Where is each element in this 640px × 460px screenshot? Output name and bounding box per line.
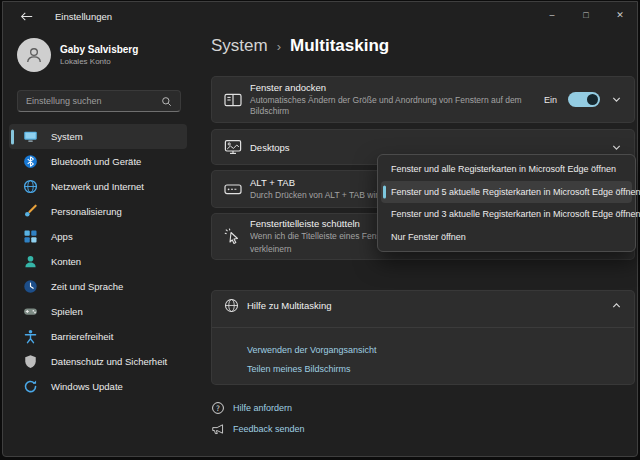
setting-description: Automatisches Ändern der Größe und Anord… — [250, 95, 522, 118]
get-help-link[interactable]: ? Hilfe anfordern — [211, 401, 292, 415]
help-link-task-view[interactable]: Verwenden der Vorgangsansicht — [247, 345, 377, 355]
desktops-icon — [224, 138, 242, 156]
sidebar-item-bluetooth[interactable]: Bluetooth und Geräte — [9, 149, 187, 174]
send-feedback-label: Feedback senden — [233, 424, 305, 434]
shield-icon — [23, 354, 38, 369]
settings-window: Einstellungen – □ ✕ Gaby Salvisberg Loka… — [2, 1, 638, 457]
sidebar-item-label: System — [51, 131, 83, 142]
snap-windows-toggle[interactable] — [568, 92, 600, 107]
chevron-down-icon[interactable] — [611, 142, 622, 153]
chevron-up-icon[interactable] — [611, 300, 622, 311]
sidebar-item-label: Netzwerk und Internet — [51, 181, 144, 192]
accessibility-icon — [23, 329, 38, 344]
card-help: Hilfe zu Multitasking Verwenden der Vorg… — [211, 290, 635, 385]
dropdown-option-windows-only[interactable]: Nur Fenster öffnen — [381, 226, 632, 249]
sidebar-item-label: Windows Update — [51, 381, 123, 392]
shake-cursor-icon — [224, 228, 242, 246]
back-arrow-icon — [20, 11, 33, 22]
sidebar-item-time-language[interactable]: Zeit und Sprache — [9, 274, 187, 299]
bluetooth-icon — [23, 154, 38, 169]
sidebar-item-label: Spielen — [51, 306, 83, 317]
sidebar: Gaby Salvisberg Lokales Konto System — [3, 30, 193, 456]
search-icon — [161, 96, 172, 107]
sidebar-item-network[interactable]: Netzwerk und Internet — [9, 174, 187, 199]
gamepad-icon — [23, 304, 38, 319]
card-snap-windows[interactable]: Fenster andocken Automatisches Ändern de… — [211, 76, 635, 123]
account-type: Lokales Konto — [60, 57, 138, 66]
search-input[interactable] — [26, 96, 161, 106]
breadcrumb-separator: › — [277, 39, 281, 54]
sidebar-item-system[interactable]: System — [9, 124, 187, 149]
feedback-megaphone-icon — [211, 422, 225, 436]
help-title: Hilfe zu Multitasking — [247, 300, 331, 311]
sidebar-nav: System Bluetooth und Geräte Netzwerk und… — [9, 124, 187, 399]
maximize-button[interactable]: □ — [569, 2, 603, 28]
send-feedback-link[interactable]: Feedback senden — [211, 422, 305, 436]
sidebar-item-gaming[interactable]: Spielen — [9, 299, 187, 324]
help-link-share-screen[interactable]: Teilen meines Bildschirms — [247, 364, 351, 374]
back-button[interactable] — [11, 5, 41, 27]
setting-title: Desktops — [250, 142, 290, 153]
dropdown-option-5-tabs[interactable]: Fenster und 5 aktuelle Registerkarten in… — [381, 181, 632, 204]
sidebar-item-label: Zeit und Sprache — [51, 281, 123, 292]
dropdown-option-all-tabs[interactable]: Fenster und alle Registerkarten in Micro… — [381, 158, 632, 181]
network-globe-icon — [23, 179, 38, 194]
title-bar: Einstellungen – □ ✕ — [3, 2, 637, 30]
divider — [212, 327, 634, 328]
avatar — [17, 38, 51, 72]
sidebar-item-label: Apps — [51, 231, 73, 242]
sidebar-item-label: Barrierefreiheit — [51, 331, 113, 342]
get-help-icon: ? — [211, 401, 225, 415]
person-icon — [24, 45, 44, 65]
alt-tab-icon — [224, 180, 242, 198]
sidebar-item-privacy[interactable]: Datenschutz und Sicherheit — [9, 349, 187, 374]
clock-icon — [23, 279, 38, 294]
alt-tab-dropdown-menu: Fenster und alle Registerkarten in Micro… — [377, 154, 636, 252]
settings-search[interactable] — [17, 90, 181, 112]
get-help-label: Hilfe anfordern — [233, 403, 292, 413]
dropdown-option-3-tabs[interactable]: Fenster und 3 aktuelle Registerkarten in… — [381, 203, 632, 226]
accounts-person-icon — [23, 254, 38, 269]
sidebar-item-accounts[interactable]: Konten — [9, 249, 187, 274]
user-name: Gaby Salvisberg — [60, 44, 138, 55]
apps-grid-icon — [23, 229, 38, 244]
sidebar-item-label: Konten — [51, 256, 81, 267]
chevron-down-icon[interactable] — [611, 94, 622, 105]
sidebar-item-label: Personalisierung — [51, 206, 122, 217]
snap-windows-icon — [224, 91, 242, 109]
minimize-button[interactable]: – — [535, 2, 569, 28]
help-expander-header[interactable]: Hilfe zu Multitasking — [212, 291, 634, 319]
sidebar-item-personalization[interactable]: Personalisierung — [9, 199, 187, 224]
update-arrows-icon — [23, 379, 38, 394]
close-button[interactable]: ✕ — [603, 2, 637, 28]
sidebar-item-label: Bluetooth und Geräte — [51, 156, 141, 167]
svg-text:?: ? — [216, 404, 220, 413]
window-title: Einstellungen — [55, 11, 112, 22]
breadcrumb-system[interactable]: System — [211, 36, 268, 56]
personalization-brush-icon — [23, 204, 38, 219]
sidebar-item-apps[interactable]: Apps — [9, 224, 187, 249]
sidebar-item-accessibility[interactable]: Barrierefreiheit — [9, 324, 187, 349]
selected-indicator — [11, 129, 14, 144]
page-title: Multitasking — [290, 36, 389, 56]
breadcrumb: System › Multitasking — [211, 36, 389, 56]
system-monitor-icon — [23, 129, 38, 144]
toggle-state-label: Ein — [544, 95, 557, 105]
sidebar-item-label: Datenschutz und Sicherheit — [51, 356, 167, 367]
user-profile[interactable]: Gaby Salvisberg Lokales Konto — [17, 38, 138, 72]
sidebar-item-windows-update[interactable]: Windows Update — [9, 374, 187, 399]
globe-help-icon — [224, 298, 239, 313]
selected-indicator — [383, 185, 386, 198]
toggle-knob — [587, 94, 598, 105]
setting-title: Fenster andocken — [250, 82, 522, 93]
